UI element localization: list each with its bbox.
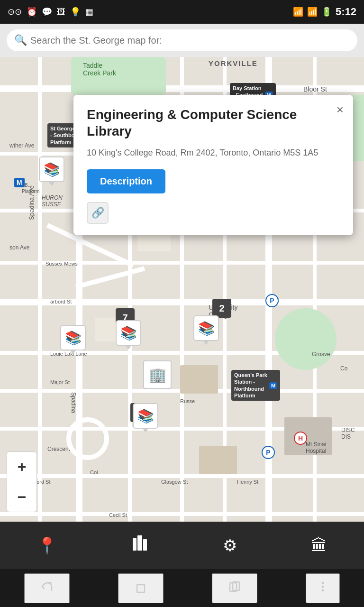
map-henny: Henny St (237, 479, 258, 485)
svg-rect-1 (137, 535, 142, 551)
queenspark-label: Queen's Park Station - Northbound Platfo… (234, 372, 267, 399)
map-disc: DISCDIS (341, 427, 355, 440)
popup-link-icon[interactable]: 🔗 (87, 202, 109, 224)
android-back-button[interactable] (24, 573, 70, 603)
alarm-icon: ⏰ (27, 7, 37, 17)
map-major: Major St (50, 379, 70, 385)
block9 (199, 446, 237, 474)
popup-close-button[interactable]: × (337, 102, 344, 117)
android-home-button[interactable] (118, 573, 164, 603)
battery-icon: 🔋 (321, 7, 332, 17)
svg-point-6 (322, 581, 324, 584)
lib-pin-top-left[interactable]: 📚 (39, 156, 64, 182)
zoom-controls: + − (7, 451, 37, 512)
map-co: Co (340, 365, 347, 372)
map-col: Col (90, 469, 98, 475)
zoom-out-button[interactable]: − (7, 482, 37, 512)
map-sussex-label: HURONSUSSE (42, 194, 63, 208)
svg-rect-2 (143, 539, 147, 551)
map-crescent: Crescent (47, 446, 70, 452)
location-nav-icon: 📍 (37, 536, 57, 555)
badge-2-mid: 2 (212, 299, 231, 318)
barcode-icon: ▦ (85, 7, 93, 17)
library-nav-icon: 🏛 (311, 536, 327, 555)
map-sson-label: son Ave (9, 244, 29, 251)
queenspark-station-marker[interactable]: Queen's Park Station - Northbound Platfo… (231, 370, 280, 401)
metro-m-left: M (14, 178, 25, 187)
lib-pin-box4: 📚 (193, 315, 219, 341)
metro-platform-label: Platform (22, 189, 39, 194)
hospital-marker: H (294, 432, 307, 445)
svg-point-8 (322, 589, 324, 591)
map-glasgow: Glasgow St (161, 479, 188, 485)
lib-pin-box3: 📚 (116, 320, 141, 346)
bottom-nav: 📍 ⚙ 🏛 (0, 522, 364, 569)
lib-pin-box5: 📚 (133, 403, 158, 429)
mt-sinai-label: Mt SinaiHospital (306, 441, 326, 454)
lib-pin-box: 📚 (39, 156, 64, 182)
map-grosve: Grosve (312, 351, 330, 358)
svg-rect-3 (137, 585, 145, 592)
lib-pin-left[interactable]: 📚 (60, 325, 86, 350)
buildings-nav-icon (131, 534, 149, 556)
voicemail-icon: ⊙⊙ (8, 7, 22, 17)
image-icon: 🖼 (57, 7, 65, 17)
settings-nav-icon: ⚙ (223, 536, 237, 555)
nav-item-library[interactable]: 🏛 (297, 532, 341, 560)
parking-marker-1: P (265, 294, 279, 307)
status-icons-right: 📶 📶 🔋 5:12 (293, 6, 356, 18)
svg-point-7 (322, 585, 324, 588)
zoom-in-button[interactable]: + (7, 451, 37, 482)
building-icon: 🏢 (149, 367, 166, 383)
android-more-button[interactable] (306, 573, 340, 603)
map-taddle-label: TaddleCreek Park (83, 62, 116, 77)
link-icon: 🔗 (91, 207, 104, 219)
map-wther: wther Ave (9, 142, 34, 149)
nav-item-location[interactable]: 📍 (23, 531, 71, 560)
status-time: 5:12 (336, 6, 356, 18)
search-bar: 🔍 (0, 24, 364, 57)
nav-item-buildings[interactable] (117, 530, 163, 561)
building-marker: 🏢 (143, 360, 172, 389)
lib-icon5: 📚 (137, 408, 154, 424)
lib-pin-mid-left[interactable]: 📚 (116, 320, 141, 346)
block7 (180, 365, 218, 394)
lib-icon3: 📚 (120, 325, 137, 341)
queens-park-circle (275, 308, 337, 370)
map-spadina-lower: Spadina (70, 392, 77, 413)
bbm-icon: 💬 (42, 7, 52, 17)
lib-icon4: 📚 (198, 321, 215, 336)
lib-icon: 📚 (44, 162, 60, 177)
lib-pin-box2: 📚 (60, 325, 86, 350)
map-bloor-label: Bloor St (303, 85, 327, 93)
lib-pin-mid-right[interactable]: 📚 (193, 315, 219, 341)
status-bar: ⊙⊙ ⏰ 💬 🖼 💡 ▦ 📶 📶 🔋 5:12 (0, 0, 364, 24)
lib-pin-bottom[interactable]: 📚 (133, 403, 158, 429)
lib-icon2: 📚 (65, 330, 82, 346)
road-v1 (38, 57, 42, 536)
android-nav-bar (0, 569, 364, 607)
search-icon: 🔍 (14, 34, 27, 46)
android-recent-button[interactable] (212, 573, 257, 603)
map-yorkville-label: YORKVILLE (209, 59, 258, 67)
map-arbord: arbord St (50, 299, 72, 304)
lightbulb-icon: 💡 (70, 7, 81, 17)
parking-marker-2: P (262, 446, 275, 459)
search-input[interactable] (7, 29, 357, 51)
popup-card: × Engineering & Computer Science Library… (73, 95, 353, 235)
map-cecilSt: Cecil St (109, 512, 127, 518)
nav-item-settings[interactable]: ⚙ (209, 531, 251, 560)
wifi-icon: 📶 (293, 7, 303, 17)
map-russe: Russe (180, 398, 195, 404)
status-icons-left: ⊙⊙ ⏰ 💬 🖼 💡 ▦ (8, 7, 93, 17)
map-sussexmews: Sussex Mews (46, 261, 78, 267)
roundabout (66, 417, 109, 460)
queenspark-metro-icon: M (269, 382, 277, 389)
svg-rect-0 (133, 538, 136, 551)
popup-address: 10 King's College Road, Rm 2402, Toronto… (87, 147, 340, 159)
signal-icon: 📶 (307, 7, 318, 17)
popup-title: Engineering & Computer Science Library (87, 106, 340, 139)
popup-description-button[interactable]: Description (87, 169, 165, 193)
map-louie: Louie Laki Lane (50, 351, 87, 357)
